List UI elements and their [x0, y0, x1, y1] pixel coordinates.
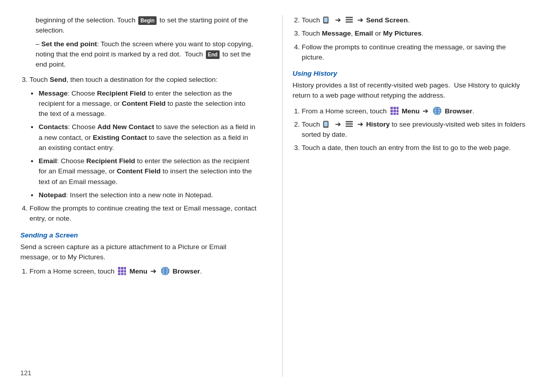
page-container: beginning of the selection. Touch Begin …	[0, 0, 549, 392]
bullet-notepad: Notepad: Insert the selection into a new…	[39, 190, 257, 200]
sending-step1: From a Home screen, touch	[29, 266, 257, 277]
svg-rect-26	[390, 113, 393, 115]
svg-rect-5	[124, 270, 126, 273]
svg-rect-22	[396, 107, 399, 109]
svg-rect-2	[124, 267, 126, 269]
svg-rect-3	[118, 270, 120, 273]
svg-rect-39	[346, 126, 353, 127]
phone-back-icon-2	[323, 120, 331, 128]
bullet-message: Message: Choose Recipient Field to enter…	[39, 88, 257, 119]
sending-screen-section: Sending a Screen Send a screen capture a…	[20, 231, 257, 277]
svg-rect-37	[346, 121, 353, 123]
svg-rect-20	[390, 107, 393, 109]
arrow-2: ➔	[357, 16, 363, 24]
using-history-intro: History provides a list of recently-visi…	[293, 80, 529, 101]
svg-rect-21	[393, 107, 396, 109]
right-column: Touch ➔	[282, 15, 529, 377]
svg-rect-18	[346, 19, 353, 21]
arrow-h2b: ➔	[357, 120, 363, 128]
history-step3: Touch a date, then touch an entry from t…	[302, 143, 529, 153]
left-column: beginning of the selection. Touch Begin …	[20, 15, 267, 377]
arrow-right-1: ➔	[150, 267, 157, 275]
svg-rect-4	[121, 270, 124, 273]
svg-rect-27	[393, 113, 396, 115]
bullet-email: Email: Choose Recipient Field to enter t…	[39, 156, 257, 187]
svg-rect-28	[396, 113, 399, 115]
step4-item: Follow the prompts to continue creating …	[29, 203, 257, 224]
svg-rect-6	[118, 273, 120, 275]
history-step1: From a Home screen, touch	[302, 106, 529, 116]
bullet-contacts: Contacts: Choose Add New Contact to save…	[39, 122, 257, 153]
svg-rect-16	[325, 23, 327, 23]
svg-rect-0	[118, 267, 120, 269]
svg-rect-8	[124, 273, 126, 275]
svg-rect-7	[121, 273, 124, 275]
sending-screen-intro: Send a screen capture as a picture attac…	[20, 242, 257, 263]
arrow-h1: ➔	[422, 107, 429, 115]
step3-item: Touch Send, then touch a destination for…	[29, 75, 257, 200]
begin-icon: Begin	[138, 16, 157, 25]
svg-rect-19	[346, 21, 353, 23]
svg-rect-25	[396, 110, 399, 112]
history-step2: Touch ➔	[302, 119, 529, 140]
using-history-heading: Using History	[293, 70, 529, 77]
svg-rect-15	[324, 18, 328, 22]
svg-rect-38	[346, 124, 353, 125]
intro-text: beginning of the selection. Touch Begin …	[36, 15, 257, 36]
phone-back-icon	[323, 16, 331, 24]
svg-rect-36	[325, 127, 327, 128]
menu-icon-2	[390, 106, 399, 115]
svg-rect-23	[390, 110, 393, 112]
svg-rect-35	[324, 122, 328, 127]
end-icon: End	[206, 50, 220, 59]
page-number: 121	[20, 369, 32, 377]
browser-icon-2	[433, 106, 442, 115]
using-history-section: Using History History provides a list of…	[293, 70, 529, 154]
right-step2: Touch ➔	[302, 15, 529, 25]
svg-rect-24	[393, 110, 396, 112]
list-menu-icon-2	[345, 120, 353, 128]
arrow-h2a: ➔	[335, 120, 341, 128]
right-step4: Follow the prompts to continue creating …	[302, 42, 529, 63]
sending-screen-heading: Sending a Screen	[20, 231, 257, 239]
set-end-point-text: – Set the end point: Touch the screen wh…	[36, 39, 257, 70]
arrow-1: ➔	[335, 16, 341, 24]
right-step3: Touch Message, Email or My Pictures.	[302, 28, 529, 39]
browser-icon	[161, 266, 170, 276]
svg-rect-1	[121, 267, 124, 269]
svg-rect-17	[346, 17, 353, 18]
list-menu-icon	[345, 16, 353, 24]
menu-icon	[117, 266, 127, 276]
